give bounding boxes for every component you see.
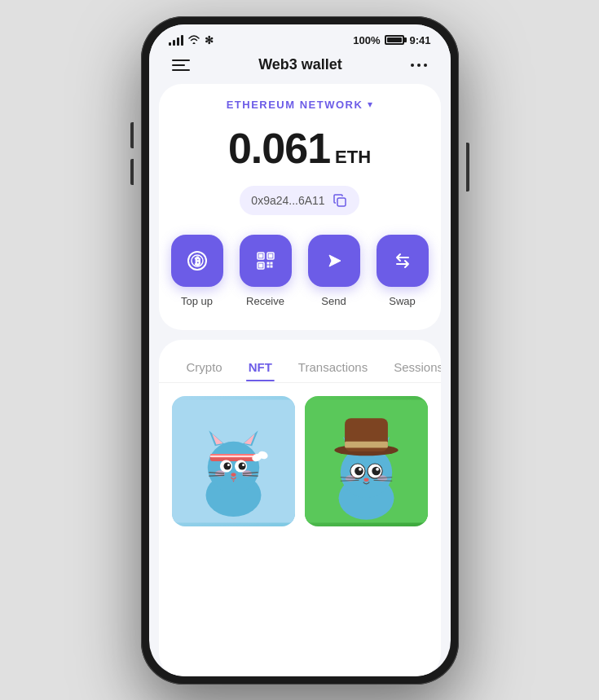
- svg-rect-27: [209, 456, 256, 457]
- svg-line-41: [209, 475, 224, 476]
- time-display: 9:41: [409, 34, 430, 46]
- swap-button[interactable]: [377, 235, 429, 287]
- battery-percent: 100%: [353, 34, 380, 46]
- swap-icon: [391, 249, 414, 272]
- receive-label: Receive: [246, 295, 284, 307]
- svg-point-59: [376, 467, 379, 470]
- svg-rect-13: [271, 266, 272, 267]
- topup-icon: ₿: [186, 249, 209, 272]
- signal-icon: [169, 34, 183, 46]
- topup-action[interactable]: ₿ Top up: [171, 235, 223, 307]
- svg-point-58: [359, 467, 362, 470]
- svg-rect-8: [269, 254, 272, 258]
- vol-up-button: [130, 122, 134, 148]
- swap-label: Swap: [389, 295, 416, 307]
- tab-nft[interactable]: NFT: [237, 354, 284, 381]
- bluetooth-icon: ✻: [205, 34, 214, 46]
- svg-point-34: [238, 462, 245, 469]
- nft-item-2[interactable]: [305, 396, 428, 526]
- swap-action[interactable]: Swap: [377, 235, 429, 307]
- wallet-address: 0x9a24...6A11: [251, 194, 324, 207]
- tab-sessions[interactable]: Sessions: [382, 354, 440, 381]
- svg-rect-26: [209, 453, 256, 457]
- more-options-button[interactable]: [407, 60, 430, 70]
- tabs-row: Crypto NFT Transactions Sessions: [159, 340, 441, 383]
- tabs-section: Crypto NFT Transactions Sessions: [159, 340, 441, 676]
- actions-row: ₿ Top up: [159, 215, 441, 307]
- tab-crypto[interactable]: Crypto: [175, 354, 234, 381]
- menu-button[interactable]: [169, 56, 193, 74]
- status-right: 100% 9:41: [353, 34, 430, 46]
- tab-transactions[interactable]: Transactions: [287, 354, 379, 381]
- svg-point-35: [227, 464, 229, 466]
- svg-rect-12: [267, 266, 269, 267]
- phone-frame: ✻ 100% 9:41 Web3 wallet: [141, 16, 459, 685]
- send-action[interactable]: Send: [308, 235, 360, 307]
- vol-down-button: [130, 159, 134, 185]
- svg-text:₿: ₿: [194, 256, 200, 267]
- svg-rect-53: [345, 441, 388, 447]
- balance-section: 0.061ETH: [159, 117, 441, 186]
- svg-point-33: [223, 462, 231, 469]
- copy-address-button[interactable]: [332, 192, 348, 209]
- send-label: Send: [321, 295, 346, 307]
- network-label: ETHEREUM NETWORK: [227, 99, 363, 111]
- svg-point-30: [258, 454, 262, 458]
- receive-button[interactable]: [240, 235, 292, 287]
- receive-icon: [254, 249, 277, 272]
- svg-point-57: [372, 466, 381, 475]
- network-selector[interactable]: ETHEREUM NETWORK ▾: [159, 84, 441, 117]
- balance-amount: 0.061: [228, 125, 330, 172]
- topup-button[interactable]: ₿: [171, 235, 223, 287]
- topup-label: Top up: [181, 295, 213, 307]
- svg-point-36: [242, 464, 244, 466]
- nft-grid: [159, 383, 441, 526]
- nft-item-1[interactable]: [172, 396, 295, 526]
- send-icon: [323, 249, 346, 272]
- svg-rect-7: [259, 254, 262, 258]
- svg-line-43: [242, 475, 258, 476]
- status-bar: ✻ 100% 9:41: [149, 24, 451, 50]
- power-button: [466, 143, 469, 192]
- svg-point-20: [207, 441, 258, 492]
- app-header: Web3 wallet: [149, 50, 451, 84]
- svg-point-39: [231, 473, 236, 477]
- svg-point-56: [355, 466, 363, 475]
- svg-rect-0: [337, 198, 346, 206]
- battery-icon: [385, 35, 404, 45]
- main-card: ETHEREUM NETWORK ▾ 0.061ETH 0x9a24...6A1…: [159, 84, 441, 330]
- status-left: ✻: [169, 34, 214, 46]
- send-button[interactable]: [308, 235, 360, 287]
- address-pill: 0x9a24...6A11: [240, 186, 359, 215]
- balance-currency: ETH: [335, 147, 371, 167]
- svg-rect-9: [259, 264, 262, 267]
- receive-action[interactable]: Receive: [240, 235, 292, 307]
- svg-rect-11: [271, 262, 272, 264]
- page-title: Web3 wallet: [258, 56, 342, 73]
- phone-screen: ✻ 100% 9:41 Web3 wallet: [149, 24, 451, 676]
- chevron-down-icon: ▾: [368, 99, 372, 110]
- wifi-icon: [187, 34, 200, 46]
- svg-point-64: [363, 478, 368, 482]
- svg-rect-10: [267, 262, 269, 264]
